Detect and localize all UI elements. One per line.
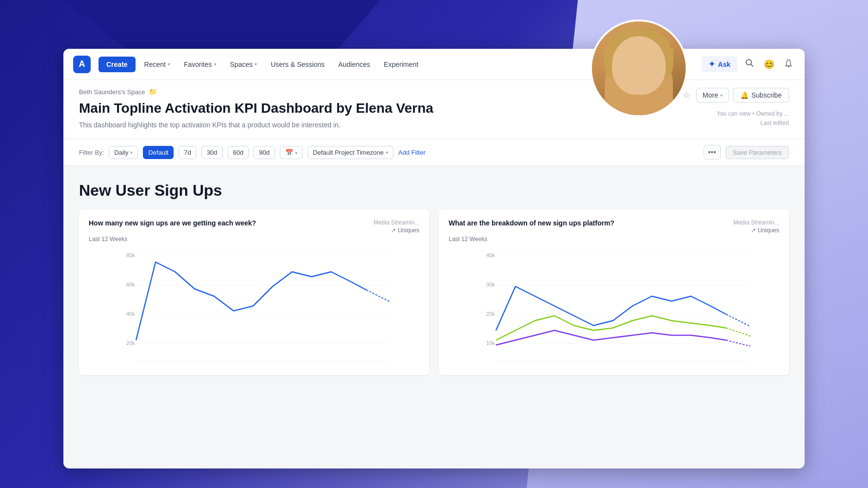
chart-card-platform: What are the breakdown of new sign ups p…: [439, 209, 789, 375]
bell-icon: 🔔: [740, 91, 749, 99]
nav-actions: ✦ Ask 😊: [702, 56, 795, 72]
svg-text:30k: 30k: [486, 282, 495, 287]
svg-text:60k: 60k: [126, 282, 135, 287]
save-parameters-button[interactable]: Save Parameters: [726, 146, 789, 159]
svg-line-1: [751, 64, 753, 67]
ask-button[interactable]: ✦ Ask: [702, 56, 737, 72]
chart-area-2: 40k 30k 20k 10k: [449, 248, 779, 366]
chart-source-2: Media Streamin...: [733, 219, 779, 226]
filter-more-button[interactable]: •••: [704, 145, 721, 160]
navbar: A Create Recent ▾ Favorites ▾ Spaces ▾ U…: [63, 49, 805, 80]
chart-subtitle-2: Last 12 Weeks: [449, 236, 779, 243]
chevron-down-icon: ▾: [720, 93, 723, 98]
owner-info: You can view • Owned by ... Last edited: [716, 109, 789, 128]
chart-svg-2: 40k 30k 20k 10k: [449, 248, 779, 366]
nav-item-users-sessions[interactable]: Users & Sessions: [266, 58, 329, 71]
search-button[interactable]: [743, 57, 756, 72]
svg-text:20k: 20k: [126, 340, 135, 346]
charts-grid: How many new sign ups are we getting eac…: [79, 209, 789, 375]
bell-button[interactable]: [782, 57, 795, 72]
filter-bar: Filter By: Daily ▾ Default 7d 30d 60d 90…: [63, 139, 805, 166]
nav-item-recent[interactable]: Recent ▾: [139, 58, 175, 71]
svg-text:40k: 40k: [486, 252, 495, 258]
filter-by-label: Filter By:: [79, 149, 104, 156]
trend-icon-1: ↗: [391, 227, 396, 234]
search-icon: [745, 59, 754, 67]
main-panel: A Create Recent ▾ Favorites ▾ Spaces ▾ U…: [63, 49, 805, 468]
nav-item-experiment[interactable]: Experiment: [379, 58, 423, 71]
nav-item-favorites[interactable]: Favorites ▾: [179, 58, 221, 71]
bell-icon: [784, 59, 793, 67]
granularity-select[interactable]: Daily ▾: [109, 146, 138, 159]
svg-text:10k: 10k: [486, 340, 495, 346]
more-button[interactable]: More ▾: [696, 88, 729, 102]
chart-header-2: What are the breakdown of new sign ups p…: [449, 219, 779, 234]
avatar: [590, 20, 688, 117]
chevron-down-icon: ▾: [214, 61, 217, 67]
svg-text:40k: 40k: [126, 311, 135, 317]
page-actions: ☆ More ▾ 🔔 Subscribe: [681, 88, 789, 102]
filter-60d[interactable]: 60d: [228, 146, 249, 159]
subscribe-button[interactable]: 🔔 Subscribe: [733, 88, 789, 102]
chevron-down-icon: ▾: [168, 61, 170, 67]
chart-source-1: Media Streamin...: [374, 219, 419, 226]
nav-item-spaces[interactable]: Spaces ▾: [225, 58, 262, 71]
svg-text:20k: 20k: [486, 311, 495, 317]
chevron-down-icon: ▾: [255, 61, 257, 67]
folder-icon: 📁: [149, 88, 157, 96]
chart-svg-1: 80k 60k 40k 20k: [89, 248, 419, 366]
content-area: New User Sign Ups How many new sign ups …: [63, 166, 805, 468]
create-button[interactable]: Create: [99, 57, 136, 72]
trend-icon-2: ↗: [751, 227, 756, 234]
chart-subtitle-1: Last 12 Weeks: [89, 236, 419, 243]
nav-item-audiences[interactable]: Audiences: [334, 58, 375, 71]
svg-text:80k: 80k: [126, 252, 135, 258]
page-description: This dashboard highlights the top activa…: [79, 121, 789, 129]
chevron-down-icon: ▾: [130, 150, 133, 155]
filter-default[interactable]: Default: [143, 146, 174, 159]
chart-header-1: How many new sign ups are we getting eac…: [89, 219, 419, 234]
chart-title-2: What are the breakdown of new sign ups p…: [449, 219, 614, 227]
sparkle-icon: ✦: [709, 60, 715, 69]
chevron-down-icon: ▾: [386, 150, 388, 155]
page-header: Beth Saunders's Space 📁 ☆ More ▾ 🔔 Subsc…: [63, 80, 805, 139]
add-filter-button[interactable]: Add Filter: [398, 149, 426, 156]
chart-card-signups: How many new sign ups are we getting eac…: [79, 209, 429, 375]
section-title: New User Sign Ups: [79, 182, 789, 200]
calendar-icon: 📅: [285, 149, 293, 156]
chart-uniques-1: ↗ Uniques: [391, 227, 419, 234]
emoji-button[interactable]: 😊: [762, 57, 776, 72]
timezone-select[interactable]: Default Project Timezone ▾: [308, 146, 394, 159]
chart-header-right-1: Media Streamin... ↗ Uniques: [374, 219, 419, 234]
logo: A: [73, 56, 91, 73]
chart-header-right-2: Media Streamin... ↗ Uniques: [733, 219, 779, 234]
filter-90d[interactable]: 90d: [254, 146, 275, 159]
calendar-select[interactable]: 📅 ▾: [280, 146, 303, 159]
chart-area-1: 80k 60k 40k 20k: [89, 248, 419, 366]
chevron-down-icon: ▾: [295, 150, 297, 156]
chart-uniques-2: ↗ Uniques: [751, 227, 779, 234]
filter-7d[interactable]: 7d: [178, 146, 196, 159]
filter-30d[interactable]: 30d: [201, 146, 223, 159]
chart-title-1: How many new sign ups are we getting eac…: [89, 219, 256, 227]
avatar-image: [592, 21, 686, 115]
avatar-face: [612, 36, 666, 95]
